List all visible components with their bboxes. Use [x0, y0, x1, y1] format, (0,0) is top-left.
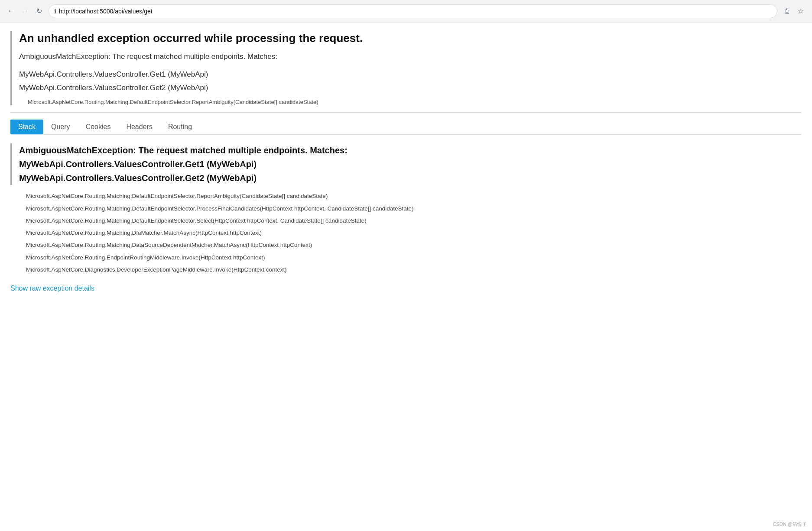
endpoint-2: MyWebApi.Controllers.ValuesController.Ge… [19, 81, 802, 95]
info-icon: ℹ [54, 8, 56, 15]
stack-section: AmbiguousMatchException: The request mat… [10, 135, 802, 292]
tab-headers[interactable]: Headers [118, 120, 160, 134]
forward-button[interactable]: → [19, 5, 31, 17]
tabs-bar: Stack Query Cookies Headers Routing [10, 120, 802, 135]
show-raw-link[interactable]: Show raw exception details [10, 285, 94, 292]
bookmark-button[interactable]: ☆ [795, 5, 807, 17]
stack-trace-summary: Microsoft.AspNetCore.Routing.Matching.De… [19, 99, 802, 105]
nav-buttons: ← → ↻ [5, 5, 45, 17]
error-header-section: An unhandled exception occurred while pr… [10, 31, 802, 105]
tab-routing[interactable]: Routing [160, 120, 200, 134]
stack-frame-5: Microsoft.AspNetCore.Routing.EndpointRou… [10, 252, 802, 264]
tab-query[interactable]: Query [43, 120, 78, 134]
page-content: An unhandled exception occurred while pr… [0, 23, 812, 301]
stack-frame-0: Microsoft.AspNetCore.Routing.Matching.De… [10, 190, 802, 202]
divider-1 [10, 112, 802, 113]
refresh-button[interactable]: ↻ [33, 5, 45, 17]
browser-actions: ⎙ ☆ [781, 5, 807, 17]
browser-chrome: ← → ↻ ℹ http://localhost:5000/api/values… [0, 0, 812, 23]
stack-frame-1: Microsoft.AspNetCore.Routing.Matching.De… [10, 203, 802, 215]
stack-frame-3: Microsoft.AspNetCore.Routing.Matching.Df… [10, 227, 802, 239]
exception-bold-line2: MyWebApi.Controllers.ValuesController.Ge… [19, 157, 802, 171]
main-title: An unhandled exception occurred while pr… [19, 31, 802, 46]
share-button[interactable]: ⎙ [781, 5, 793, 17]
tab-cookies[interactable]: Cookies [78, 120, 119, 134]
stack-frame-4: Microsoft.AspNetCore.Routing.Matching.Da… [10, 239, 802, 251]
address-bar[interactable]: ℹ http://localhost:5000/api/values/get [49, 4, 777, 18]
stack-frame-6: Microsoft.AspNetCore.Diagnostics.Develop… [10, 264, 802, 276]
endpoint-list: MyWebApi.Controllers.ValuesController.Ge… [19, 68, 802, 94]
endpoint-1: MyWebApi.Controllers.ValuesController.Ge… [19, 68, 802, 81]
exception-summary: AmbiguousMatchException: The request mat… [19, 51, 802, 62]
exception-bold-line3: MyWebApi.Controllers.ValuesController.Ge… [19, 171, 802, 185]
tab-stack[interactable]: Stack [10, 120, 43, 134]
stack-frames: Microsoft.AspNetCore.Routing.Matching.De… [10, 190, 802, 276]
url-text: http://localhost:5000/api/values/get [59, 8, 153, 15]
stack-frame-2: Microsoft.AspNetCore.Routing.Matching.De… [10, 215, 802, 227]
exception-bold-title: AmbiguousMatchException: The request mat… [10, 143, 802, 185]
back-button[interactable]: ← [5, 5, 17, 17]
exception-bold-line1: AmbiguousMatchException: The request mat… [19, 143, 802, 157]
